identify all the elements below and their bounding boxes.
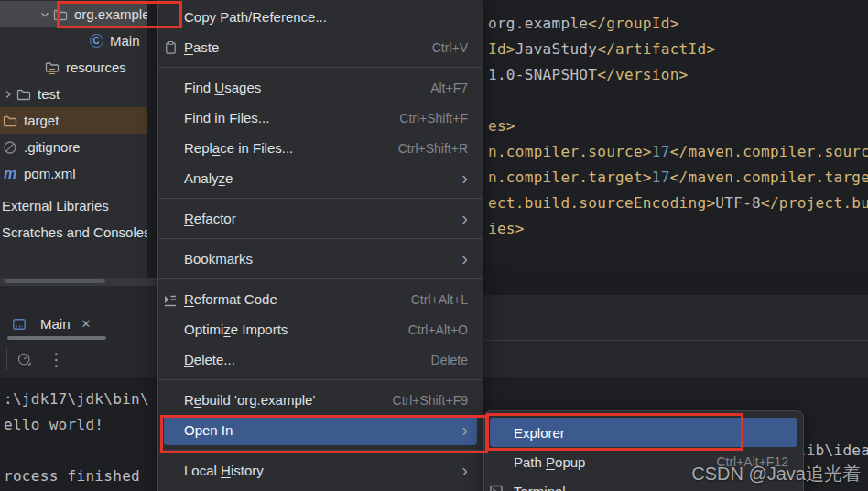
code-segment: ies> <box>488 220 525 237</box>
console-line <box>4 438 157 464</box>
tab-main[interactable]: Main ✕ <box>11 316 91 332</box>
code-line: n.compiler.target>17</maven.compiler.tar… <box>488 165 868 191</box>
code-segment: ect.build.sourceEncoding> <box>488 194 715 212</box>
run-panel-header-band <box>483 295 868 377</box>
code-segment: 17 <box>652 143 670 160</box>
tree-item-label: .gitignore <box>24 134 81 160</box>
code-segment: Id> <box>488 40 515 58</box>
menu-item-analyze[interactable]: Analyze› <box>164 163 477 193</box>
tree-item-label: resources <box>66 54 126 81</box>
kebab-menu-icon[interactable]: ⋮ <box>48 351 65 368</box>
menu-separator <box>159 67 482 68</box>
code-line: ect.build.sourceEncoding>UTF-8</project.… <box>488 191 868 216</box>
code-line: Id>JavaStudy</artifactId> <box>488 37 868 62</box>
tree-item-resources[interactable]: resources <box>0 54 147 81</box>
menu-item-shortcut: Ctrl+Shift+F9 <box>393 393 468 408</box>
ignored-icon <box>2 140 18 155</box>
menu-item-label: Copy Path/Reference... <box>184 9 327 25</box>
menu-item-label: Optimize Imports <box>184 322 288 337</box>
splitter-handle[interactable] <box>5 279 105 283</box>
code-line: n.compiler.source>17</maven.compiler.sou… <box>488 139 868 165</box>
menu-item-delete[interactable]: Delete...Delete <box>164 344 477 375</box>
ide-window: { "colors": { "selection_blue": "#3d5a8f… <box>0 0 868 491</box>
code-segment: </artifactId> <box>597 40 715 58</box>
menu-item-local-history[interactable]: Local History› <box>164 455 477 486</box>
menu-item-label: Reformat Code <box>184 291 277 307</box>
run-tab-bar: Main ✕ <box>0 286 157 341</box>
menu-item-open-in[interactable]: Open In› <box>164 415 477 445</box>
menu-item-shortcut: Ctrl+Shift+F <box>399 111 468 125</box>
menu-separator <box>159 278 482 279</box>
terminal-icon <box>488 484 505 491</box>
menu-item-find-usages[interactable]: Find UsagesAlt+F7 <box>164 72 477 103</box>
chevron-right-icon[interactable] <box>0 87 16 102</box>
code-segment: </maven.compiler.targe <box>670 169 868 186</box>
menu-item-refactor[interactable]: Refactor› <box>164 203 477 234</box>
code-segment: </version> <box>597 66 688 83</box>
menu-item-label: Replace in Files... <box>184 140 293 156</box>
panel-splitter[interactable] <box>0 278 157 286</box>
code-editor[interactable]: org.example</groupId>Id>JavaStudy</artif… <box>483 0 868 278</box>
console-toolbar: ⋮ <box>0 341 157 377</box>
menu-item-label: Find Usages <box>184 80 261 95</box>
console-output-left: :\jdk17\jdk\bin\ello world! rocess finis… <box>0 377 157 491</box>
submenu-arrow-icon: › <box>461 211 468 225</box>
menu-item-replace-in-files[interactable]: Replace in Files...Ctrl+Shift+R <box>164 133 477 163</box>
maven-icon: m <box>2 167 18 181</box>
resources-icon <box>44 60 60 75</box>
folder-icon <box>16 87 32 102</box>
submenu-arrow-icon: › <box>461 251 468 266</box>
tree-item-label: test <box>38 81 60 107</box>
tree-item-main[interactable]: CMain <box>0 27 147 54</box>
menu-separator <box>159 450 482 451</box>
tree-item-label: Scratches and Consoles <box>2 219 147 246</box>
tree-item-pom-xml[interactable]: mpom.xml <box>0 160 147 187</box>
code-segment: es> <box>488 117 515 135</box>
tree-item-target[interactable]: target <box>0 107 147 134</box>
watermark: CSDN @Java追光着 <box>691 462 861 486</box>
menu-item-reformat-code[interactable]: Reformat CodeCtrl+Alt+L <box>164 284 477 314</box>
project-tree: org.exampleCMainresourcestesttarget.giti… <box>0 0 147 246</box>
tree-item-scratches-and-consoles[interactable]: Scratches and Consoles <box>0 219 147 246</box>
tree-item-external-libraries[interactable]: External Libraries <box>0 192 147 219</box>
menu-item-label: Find in Files... <box>184 110 269 125</box>
tree-item-gitignore[interactable]: .gitignore <box>0 134 147 160</box>
code-segment: JavaStudy <box>515 40 597 58</box>
menu-item-bookmarks[interactable]: Bookmarks› <box>164 244 477 274</box>
console-line: ello world! <box>4 412 157 438</box>
menu-item-paste[interactable]: PasteCtrl+V <box>164 32 477 62</box>
code-line: org.example</groupId> <box>488 11 868 37</box>
toolbar-divider <box>6 348 7 370</box>
menu-item-label: Paste <box>184 39 219 55</box>
console-line: :\jdk17\jdk\bin\ <box>4 387 157 412</box>
menu-item-label: Open In <box>184 422 233 438</box>
gauge-icon[interactable] <box>16 352 33 366</box>
menu-item-shortcut: Ctrl+Alt+O <box>408 322 468 337</box>
menu-item-find-in-files[interactable]: Find in Files...Ctrl+Shift+F <box>164 103 477 133</box>
run-tool-window: Main ✕ ⋮ :\jdk17\jdk\bin\ello world! roc… <box>0 278 157 491</box>
menu-item-shortcut: Delete <box>431 353 468 367</box>
close-icon[interactable]: ✕ <box>81 317 92 331</box>
project-tree-panel: org.exampleCMainresourcestesttarget.giti… <box>0 0 147 278</box>
code-segment: n.compiler.target> <box>488 169 652 186</box>
tree-item-test[interactable]: test <box>0 81 147 107</box>
code-segment: 17 <box>652 169 670 186</box>
code-line: ies> <box>488 216 868 242</box>
tree-item-label: target <box>24 107 59 134</box>
menu-item-label: Analyze <box>184 170 233 186</box>
menu-item-explorer[interactable]: Explorer <box>490 418 797 447</box>
chevron-down-icon[interactable] <box>37 7 52 22</box>
console-line: rocess finished <box>4 464 157 489</box>
menu-item-rebuild-org-example[interactable]: Rebuild 'org.example'Ctrl+Shift+F9 <box>164 385 477 415</box>
package-icon <box>52 7 69 22</box>
tree-item-label: Main <box>110 27 140 54</box>
menu-item-label: Terminal <box>514 484 566 491</box>
menu-item-label: Local History <box>184 463 264 478</box>
menu-item-shortcut: Ctrl+V <box>432 40 468 55</box>
menu-item-copy-path-reference[interactable]: Copy Path/Reference... <box>164 2 477 32</box>
reformat-icon <box>162 292 179 307</box>
menu-item-shortcut: Ctrl+Alt+L <box>411 292 468 307</box>
menu-separator <box>159 238 482 239</box>
tree-item-org-example[interactable]: org.example <box>0 1 147 27</box>
menu-item-optimize-imports[interactable]: Optimize ImportsCtrl+Alt+O <box>164 314 477 344</box>
